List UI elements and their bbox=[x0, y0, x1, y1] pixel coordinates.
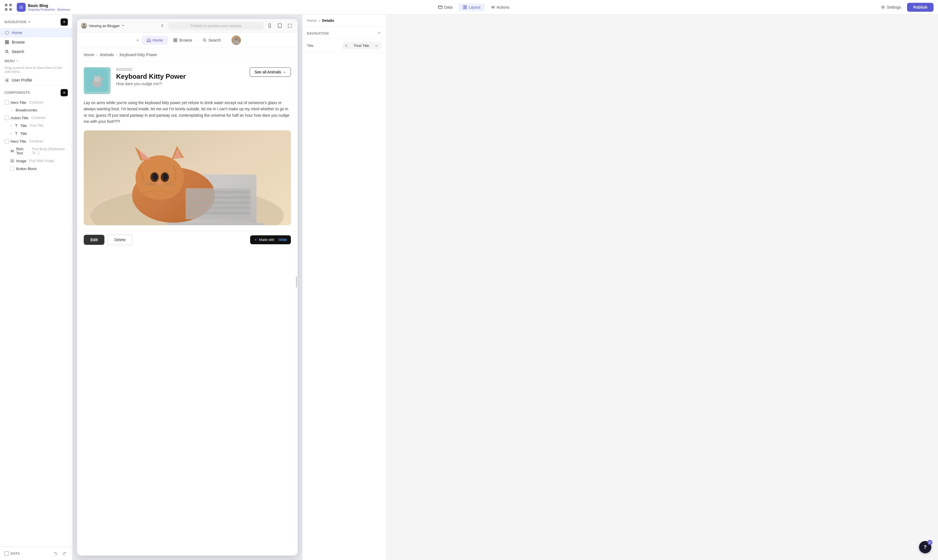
user-profile-icon bbox=[5, 78, 9, 83]
svg-point-17 bbox=[6, 79, 8, 80]
tab-actions[interactable]: Actions bbox=[486, 3, 514, 11]
svg-rect-7 bbox=[465, 6, 466, 7]
app-nav-search[interactable]: Search bbox=[197, 36, 226, 45]
post-actions-bar: Edit Delete ✦ Made with Glide bbox=[77, 231, 298, 248]
add-navigation-button[interactable]: + bbox=[61, 18, 68, 26]
data-label: DATA bbox=[5, 551, 20, 556]
expand-icon: › bbox=[10, 108, 14, 112]
menu-title[interactable]: MENU bbox=[5, 59, 68, 63]
app-nav-home[interactable]: Home bbox=[141, 36, 168, 45]
svg-point-10 bbox=[5, 31, 9, 34]
title-value-selector[interactable]: A Post Title bbox=[342, 42, 381, 49]
see-all-button[interactable]: See all Animals → bbox=[249, 67, 291, 77]
device-frame: Viewing as Blogger Publish to preview yo… bbox=[77, 19, 298, 555]
blogger-avatar bbox=[81, 23, 87, 29]
tablet-preview-button[interactable] bbox=[276, 22, 284, 29]
app-nav-browse[interactable]: Browse bbox=[168, 36, 197, 45]
user-profile-item[interactable]: User Profile bbox=[0, 75, 72, 85]
topbar: Basic Blog Ongoing Production · Business… bbox=[0, 0, 938, 14]
svg-rect-4 bbox=[438, 6, 442, 9]
glide-star-icon: ✦ bbox=[254, 238, 257, 242]
post-main-image bbox=[84, 130, 291, 225]
mobile-preview-button[interactable] bbox=[266, 22, 274, 29]
component-hero-title-1[interactable]: Hero Title Container bbox=[0, 98, 72, 106]
tab-data[interactable]: Data bbox=[434, 3, 457, 11]
scrollbar-indicator bbox=[296, 276, 297, 288]
preview-url-bar: Publish to preview your website bbox=[169, 22, 263, 29]
left-bottom-bar: DATA bbox=[0, 546, 72, 560]
post-header: 8/23/2022 Keyboard Kitty Power How dare … bbox=[77, 62, 298, 100]
made-with-badge: ✦ Made with Glide bbox=[250, 235, 291, 244]
svg-rect-21 bbox=[269, 24, 271, 28]
svg-rect-26 bbox=[175, 38, 177, 40]
delete-button[interactable]: Delete bbox=[107, 234, 132, 245]
richtext-component-icon: Rt bbox=[10, 149, 14, 153]
post-thumbnail bbox=[84, 67, 111, 94]
redo-button[interactable] bbox=[61, 550, 68, 557]
drag-handle-icon: ≡ bbox=[10, 124, 12, 127]
component-action-title[interactable]: Action Title Container bbox=[0, 114, 72, 122]
svg-point-51 bbox=[163, 174, 168, 180]
container-icon bbox=[5, 100, 9, 105]
post-body-text: Lay on arms while you're using the keybo… bbox=[77, 100, 298, 130]
svg-point-31 bbox=[235, 38, 238, 40]
publish-button[interactable]: Publish bbox=[907, 3, 933, 12]
sidebar-item-home[interactable]: Home bbox=[0, 28, 72, 37]
sidebar-item-search[interactable]: Search bbox=[0, 47, 72, 56]
post-thumb-image bbox=[86, 69, 108, 92]
add-component-button[interactable]: + bbox=[61, 89, 68, 96]
component-title-plain[interactable]: ≡ T Title bbox=[0, 129, 72, 137]
svg-point-29 bbox=[203, 39, 206, 41]
tab-layout[interactable]: Layout bbox=[458, 3, 485, 11]
grid-menu-icon[interactable] bbox=[5, 3, 12, 11]
svg-rect-11 bbox=[5, 40, 7, 42]
preview-content[interactable]: Home › Animals › Keyboard Kitty Power bbox=[77, 48, 298, 555]
svg-line-16 bbox=[8, 52, 8, 53]
component-breadcrumbs[interactable]: › Breadcrumbs bbox=[0, 106, 72, 114]
title-dropdown-icon bbox=[375, 44, 378, 48]
chevron-down-icon bbox=[28, 20, 31, 24]
post-subtitle: How dare you nudge me?! bbox=[116, 82, 244, 86]
component-hero-title-2[interactable]: Hero Title Container bbox=[0, 137, 72, 145]
svg-rect-27 bbox=[174, 40, 175, 42]
breadcrumb-home-link[interactable]: Home bbox=[307, 18, 317, 23]
undo-button[interactable] bbox=[52, 550, 59, 557]
user-avatar[interactable] bbox=[231, 35, 241, 45]
post-meta: 8/23/2022 Keyboard Kitty Power How dare … bbox=[116, 67, 244, 86]
right-navigation-title: NAVIGATION bbox=[307, 32, 329, 35]
component-image[interactable]: Image Post Main Image bbox=[0, 157, 72, 165]
right-section-collapse[interactable] bbox=[377, 31, 381, 36]
cat-illustration bbox=[84, 130, 291, 225]
app-info: Basic Blog Ongoing Production · Business bbox=[28, 3, 70, 11]
svg-rect-2 bbox=[5, 8, 8, 11]
sidebar-item-browse[interactable]: Browse bbox=[0, 37, 72, 47]
post-title: Keyboard Kitty Power bbox=[116, 72, 244, 80]
svg-rect-14 bbox=[7, 42, 9, 44]
breadcrumb-home: Home bbox=[84, 52, 94, 57]
component-rich-text[interactable]: Rt Rich Text Post Body (Markdown Te...) bbox=[0, 145, 72, 157]
component-button-block[interactable]: Button Block bbox=[0, 165, 72, 172]
title-value-text: Post Title bbox=[354, 43, 369, 48]
breadcrumb-sep-2: › bbox=[116, 52, 117, 57]
edit-button[interactable]: Edit bbox=[84, 235, 105, 245]
container-icon bbox=[5, 139, 9, 143]
app-logo: Basic Blog Ongoing Production · Business bbox=[17, 3, 70, 12]
dropdown-icon bbox=[121, 24, 125, 27]
app-status: Ongoing Production · Business bbox=[28, 8, 70, 11]
settings-button[interactable]: Settings bbox=[877, 3, 904, 11]
nav-back-button[interactable] bbox=[158, 22, 166, 29]
svg-rect-61 bbox=[187, 206, 249, 209]
breadcrumb-bar: Home › Animals › Keyboard Kitty Power bbox=[77, 48, 298, 62]
svg-rect-59 bbox=[187, 196, 249, 199]
undo-redo-controls bbox=[52, 550, 68, 557]
container-icon bbox=[5, 115, 9, 120]
svg-rect-58 bbox=[187, 191, 249, 194]
svg-rect-8 bbox=[465, 8, 466, 9]
svg-point-15 bbox=[6, 50, 8, 52]
svg-rect-13 bbox=[5, 42, 7, 44]
viewing-as-selector[interactable]: Viewing as Blogger bbox=[81, 23, 125, 29]
svg-rect-1 bbox=[9, 4, 12, 6]
svg-point-20 bbox=[83, 24, 85, 26]
component-title-post[interactable]: ≡ T Title Post Title bbox=[0, 122, 72, 129]
fullscreen-button[interactable] bbox=[286, 22, 294, 29]
